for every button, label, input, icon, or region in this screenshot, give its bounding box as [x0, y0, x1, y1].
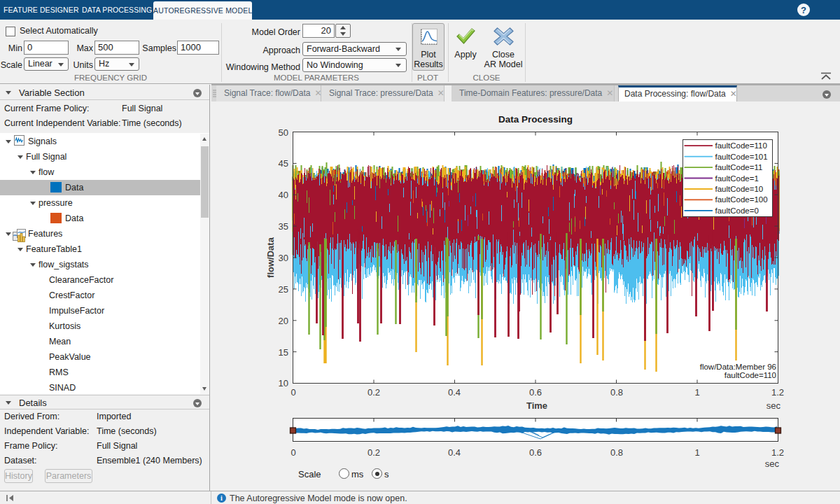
svg-text:flow/Data:Member 96: flow/Data:Member 96: [700, 363, 776, 371]
svg-text:faultCode=100: faultCode=100: [715, 195, 768, 204]
svg-text:faultCode=101: faultCode=101: [715, 153, 768, 161]
svg-text:faultCode=1: faultCode=1: [715, 174, 759, 183]
svg-text:faultCode=110: faultCode=110: [715, 141, 767, 150]
svg-text:faultCode=10: faultCode=10: [715, 185, 764, 193]
svg-text:faultCode=110: faultCode=110: [724, 371, 776, 379]
svg-text:faultCode=0: faultCode=0: [715, 206, 759, 215]
svg-text:flow/Data: flow/Data: [265, 237, 276, 278]
svg-text:faultCode=11: faultCode=11: [715, 163, 763, 172]
